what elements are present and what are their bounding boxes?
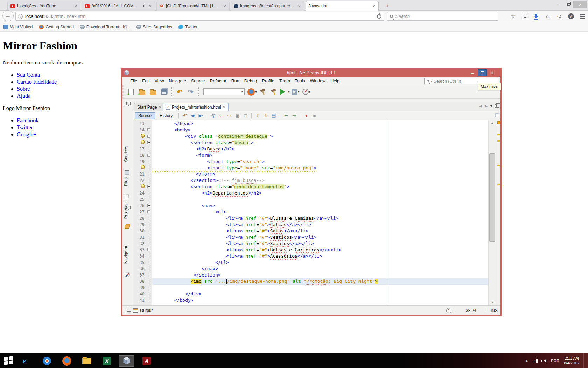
browser-tab[interactable]: Javascript× bbox=[306, 1, 379, 11]
reload-icon[interactable] bbox=[377, 14, 382, 19]
taskbar-app-file-explorer[interactable] bbox=[79, 355, 94, 367]
code-line[interactable]: <input type="image" src="img/busca.png"> bbox=[133, 165, 488, 171]
start-button[interactable] bbox=[4, 356, 13, 365]
menu-edit[interactable]: Edit bbox=[140, 77, 152, 84]
menu-source[interactable]: Source bbox=[189, 77, 208, 84]
page-nav-link[interactable]: Cartão Fidelidade bbox=[17, 79, 57, 85]
tab-close-icon[interactable]: × bbox=[148, 4, 152, 9]
code-line[interactable]: 14 <body> bbox=[133, 127, 488, 133]
code-line[interactable]: <div class="container destaque"> bbox=[133, 133, 488, 139]
code-line[interactable]: 26 <nav> bbox=[133, 203, 488, 209]
code-line[interactable]: 27 <ul> bbox=[133, 209, 488, 215]
fold-collapse-icon[interactable] bbox=[147, 185, 150, 188]
duplicate-line-icon[interactable]: ▤ bbox=[270, 112, 277, 119]
netbeans-minimize-button[interactable]: – bbox=[468, 69, 477, 76]
browser-restore-button[interactable] bbox=[564, 1, 573, 8]
menu-view[interactable]: View bbox=[152, 77, 167, 84]
tab-close-icon[interactable]: × bbox=[74, 4, 78, 9]
clean-build-button[interactable] bbox=[269, 87, 279, 97]
code-line[interactable]: 13 </head> bbox=[133, 121, 488, 127]
services-icon[interactable] bbox=[125, 170, 130, 174]
code-line[interactable]: 38 <img src=".../img/destaque-home.png" … bbox=[133, 278, 488, 285]
tab-close-icon[interactable]: × bbox=[223, 105, 225, 110]
netbeans-close-button[interactable]: × bbox=[488, 69, 497, 76]
warning-bulb-icon[interactable] bbox=[141, 165, 145, 169]
bookmark-item[interactable]: Getting Started bbox=[39, 25, 74, 29]
notification-badge[interactable]: 1 bbox=[446, 308, 451, 313]
rectangular-selection-icon[interactable]: □ bbox=[242, 112, 249, 119]
code-line[interactable]: 41 </body> bbox=[133, 297, 488, 304]
maximize-editor-icon[interactable] bbox=[495, 104, 499, 108]
code-line[interactable]: 29 <li><a href="#">Calças</a></li> bbox=[133, 222, 488, 228]
bookmark-star-icon[interactable]: ☆ bbox=[510, 13, 517, 20]
menu-icon[interactable] bbox=[579, 13, 586, 20]
run-project-button[interactable]: ▾ bbox=[280, 87, 289, 97]
scrollbar-thumb[interactable] bbox=[489, 153, 495, 242]
code-line[interactable]: 37 </section> bbox=[133, 272, 488, 278]
clock[interactable]: 2:13 AM 8/4/2016 bbox=[564, 356, 579, 366]
tray-expand-icon[interactable]: ▲ bbox=[525, 359, 528, 362]
stop-macro-recording-icon[interactable]: ■ bbox=[311, 112, 318, 119]
pocket-icon[interactable]: v bbox=[567, 13, 574, 20]
save-all-button[interactable] bbox=[159, 87, 168, 97]
bookmark-item[interactable]: Twitter bbox=[178, 25, 197, 29]
redo-button[interactable]: ↷ bbox=[186, 87, 195, 97]
bookmark-item[interactable]: Sites Sugeridos bbox=[136, 25, 172, 29]
code-line[interactable]: 32 <li><a href="#">Sapatos</a></li> bbox=[133, 240, 488, 247]
tab-close-icon[interactable]: × bbox=[159, 105, 161, 110]
scroll-up-icon[interactable]: ▲ bbox=[489, 120, 496, 125]
menu-help[interactable]: Help bbox=[328, 77, 342, 84]
taskbar-app-internet-explorer[interactable]: e bbox=[19, 355, 35, 367]
fold-collapse-icon[interactable] bbox=[147, 210, 150, 213]
tab-list-dropdown-icon[interactable]: ▾ bbox=[490, 104, 492, 108]
menu-refactor[interactable]: Refactor bbox=[208, 77, 229, 84]
fold-collapse-icon[interactable] bbox=[147, 135, 150, 138]
fold-collapse-icon[interactable] bbox=[147, 154, 150, 157]
hello-icon[interactable]: ☺ bbox=[556, 13, 563, 20]
files-icon[interactable] bbox=[125, 195, 128, 199]
code-line[interactable]: 34 <li><a href="#">Acessórios</a></li> bbox=[133, 253, 488, 259]
projects-icon[interactable] bbox=[125, 225, 129, 229]
social-link[interactable]: Twitter bbox=[17, 124, 33, 130]
float-window-icon[interactable] bbox=[125, 103, 129, 106]
taskbar-app-media-player[interactable] bbox=[39, 355, 55, 367]
next-occurrence-icon[interactable]: ⇨ bbox=[226, 112, 233, 119]
browser-close-button[interactable]: × bbox=[573, 1, 587, 8]
editor-vertical-scrollbar[interactable]: ▲ ▼ bbox=[488, 120, 496, 305]
debug-project-button[interactable]: ▾ bbox=[291, 87, 300, 97]
code-line[interactable]: 35 </ul> bbox=[133, 259, 488, 266]
menu-debug[interactable]: Debug bbox=[242, 77, 260, 84]
code-line[interactable]: 17 <h2>Busca</h2> bbox=[133, 146, 488, 152]
code-line[interactable]: <section class="busca"> bbox=[133, 139, 488, 146]
back-button[interactable]: ← bbox=[2, 10, 14, 21]
code-line[interactable]: <section class="menu-departamentos"> bbox=[133, 184, 488, 190]
page-nav-link[interactable]: Ajuda bbox=[17, 93, 30, 99]
menu-file[interactable]: File bbox=[128, 77, 140, 84]
code-line[interactable]: 36 </nav> bbox=[133, 266, 488, 272]
language-indicator[interactable]: POR bbox=[551, 359, 559, 363]
menu-run[interactable]: Run bbox=[229, 77, 242, 84]
editor-tab[interactable]: Start Page× bbox=[134, 103, 164, 111]
menu-profile[interactable]: Profile bbox=[260, 77, 277, 84]
browser-select-button[interactable]: ▾ bbox=[247, 87, 257, 97]
last-edit-location-icon[interactable]: ↶ bbox=[181, 112, 188, 119]
code-line[interactable]: 25 bbox=[133, 196, 488, 203]
editor-tab[interactable]: Projeto_mirrorfashion.html× bbox=[163, 103, 229, 111]
float-window-icon[interactable] bbox=[126, 309, 130, 312]
code-line[interactable]: 22 </section><!-- fim.busca--> bbox=[133, 177, 488, 184]
scroll-down-icon[interactable]: ▼ bbox=[489, 300, 496, 305]
menu-tools[interactable]: Tools bbox=[293, 77, 308, 84]
shift-left-icon[interactable]: ⇤ bbox=[282, 112, 289, 119]
fold-collapse-icon[interactable] bbox=[147, 141, 150, 144]
page-nav-link[interactable]: Sobre bbox=[17, 86, 30, 92]
new-project-button[interactable] bbox=[137, 87, 147, 97]
warning-bulb-icon[interactable] bbox=[141, 140, 145, 144]
search-bar[interactable]: Search bbox=[387, 12, 498, 21]
social-link[interactable]: Google+ bbox=[17, 131, 36, 137]
show-desktop-button[interactable] bbox=[583, 353, 585, 368]
code-line[interactable]: 39 bbox=[133, 285, 488, 291]
code-line[interactable]: 28 <li><a href="#">Blusas e Camisas</a><… bbox=[133, 215, 488, 222]
menu-team[interactable]: Team bbox=[277, 77, 293, 84]
code-line[interactable]: 33 <li><a href="#">Bolsas e Carteiras</a… bbox=[133, 247, 488, 253]
new-file-button[interactable] bbox=[126, 87, 136, 97]
